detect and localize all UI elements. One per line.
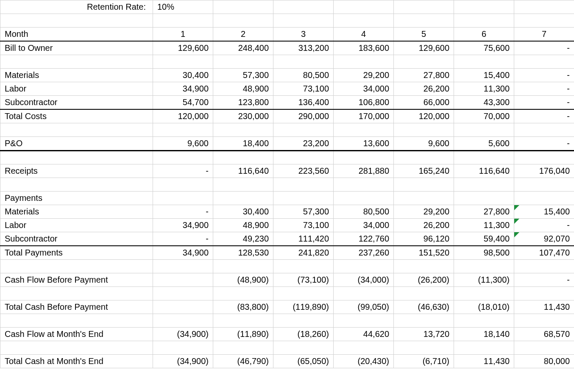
row-label[interactable]: Labor (0, 219, 153, 232)
empty-cell[interactable] (394, 314, 454, 328)
cell[interactable]: 18,140 (454, 328, 514, 341)
empty-cell[interactable] (454, 341, 514, 355)
row-label[interactable]: Subcontractor (0, 232, 153, 246)
empty-cell[interactable] (394, 0, 454, 14)
cell[interactable]: 43,300 (454, 96, 514, 110)
row-label[interactable]: Materials (0, 69, 153, 82)
cell[interactable]: 120,000 (153, 109, 213, 123)
cell[interactable]: (48,900) (213, 273, 273, 287)
row-label[interactable]: Total Cash at Month's End (0, 355, 153, 368)
cell[interactable]: 68,570 (514, 328, 574, 341)
empty-cell[interactable] (514, 314, 574, 328)
month-col[interactable]: 2 (213, 28, 273, 42)
empty-cell[interactable] (0, 178, 153, 192)
row-label[interactable]: Cash Flow at Month's End (0, 328, 153, 341)
cell[interactable]: 34,900 (153, 246, 213, 260)
empty-cell[interactable] (454, 260, 514, 273)
empty-cell[interactable] (213, 314, 273, 328)
cell[interactable]: 26,200 (394, 82, 454, 96)
cell[interactable]: 128,530 (213, 246, 273, 260)
cell[interactable]: 123,800 (213, 96, 273, 110)
empty-cell[interactable] (514, 14, 574, 28)
cell[interactable]: 70,000 (454, 109, 514, 123)
empty-cell[interactable] (273, 260, 334, 273)
cell[interactable]: 73,100 (273, 219, 334, 232)
cell[interactable]: 18,400 (213, 137, 273, 151)
empty-cell[interactable] (213, 151, 273, 164)
cell[interactable]: 54,700 (153, 96, 213, 110)
empty-cell[interactable] (334, 341, 394, 355)
empty-cell[interactable] (334, 287, 394, 300)
empty-cell[interactable] (273, 151, 334, 164)
cell[interactable]: - (514, 96, 574, 110)
cell[interactable]: 9,600 (153, 137, 213, 151)
empty-cell[interactable] (213, 287, 273, 300)
empty-cell[interactable] (153, 55, 213, 69)
cell[interactable]: 129,600 (394, 41, 454, 55)
cell[interactable]: 290,000 (273, 109, 334, 123)
empty-cell[interactable] (394, 123, 454, 137)
empty-cell[interactable] (213, 178, 273, 192)
empty-cell[interactable] (334, 55, 394, 69)
cell[interactable]: 34,900 (153, 82, 213, 96)
empty-cell[interactable] (273, 55, 334, 69)
cell[interactable]: 151,520 (394, 246, 454, 260)
cell[interactable]: (46,630) (394, 300, 454, 314)
empty-cell[interactable] (153, 260, 213, 273)
cell[interactable] (334, 192, 394, 205)
cell[interactable]: 5,600 (454, 137, 514, 151)
row-label[interactable]: P&O (0, 137, 153, 151)
row-label[interactable]: Payments (0, 192, 153, 205)
empty-cell[interactable] (454, 55, 514, 69)
empty-cell[interactable] (454, 0, 514, 14)
empty-cell[interactable] (213, 55, 273, 69)
cell[interactable]: 116,640 (213, 164, 273, 178)
cell[interactable]: 248,400 (213, 41, 273, 55)
cell[interactable]: (18,260) (273, 328, 334, 341)
cell[interactable] (514, 192, 574, 205)
empty-cell[interactable] (514, 55, 574, 69)
empty-cell[interactable] (394, 341, 454, 355)
cell[interactable]: (34,900) (153, 355, 213, 368)
cell[interactable]: 165,240 (394, 164, 454, 178)
cell[interactable]: 48,900 (213, 219, 273, 232)
cell[interactable]: 98,500 (454, 246, 514, 260)
month-label[interactable]: Month (0, 28, 153, 42)
empty-cell[interactable] (454, 14, 514, 28)
empty-cell[interactable] (273, 314, 334, 328)
empty-cell[interactable] (153, 314, 213, 328)
cell[interactable]: 80,500 (273, 69, 334, 82)
empty-cell[interactable] (153, 14, 213, 28)
cell[interactable]: 13,600 (334, 137, 394, 151)
cell[interactable]: - (153, 164, 213, 178)
empty-cell[interactable] (153, 151, 213, 164)
empty-cell[interactable] (454, 178, 514, 192)
empty-cell[interactable] (514, 260, 574, 273)
cell[interactable]: - (514, 219, 574, 232)
row-label[interactable]: Bill to Owner (0, 41, 153, 55)
cell[interactable]: 136,400 (273, 96, 334, 110)
cell[interactable]: (18,010) (454, 300, 514, 314)
cell[interactable]: - (514, 273, 574, 287)
cell[interactable]: (34,000) (334, 273, 394, 287)
empty-cell[interactable] (0, 123, 153, 137)
cell[interactable]: 107,470 (514, 246, 574, 260)
empty-cell[interactable] (394, 178, 454, 192)
cell[interactable]: 49,230 (213, 232, 273, 246)
empty-cell[interactable] (153, 287, 213, 300)
empty-cell[interactable] (394, 260, 454, 273)
cell[interactable]: - (514, 109, 574, 123)
empty-cell[interactable] (0, 14, 153, 28)
cell[interactable]: 34,900 (153, 219, 213, 232)
cell[interactable]: (119,890) (273, 300, 334, 314)
empty-cell[interactable] (454, 151, 514, 164)
empty-cell[interactable] (213, 14, 273, 28)
cell[interactable]: 129,600 (153, 41, 213, 55)
cell[interactable]: 9,600 (394, 137, 454, 151)
row-label[interactable]: Receipts (0, 164, 153, 178)
cell[interactable]: 170,000 (334, 109, 394, 123)
cell[interactable]: 66,000 (394, 96, 454, 110)
cell[interactable]: 57,300 (213, 69, 273, 82)
cell[interactable]: 34,000 (334, 82, 394, 96)
empty-cell[interactable] (0, 151, 153, 164)
